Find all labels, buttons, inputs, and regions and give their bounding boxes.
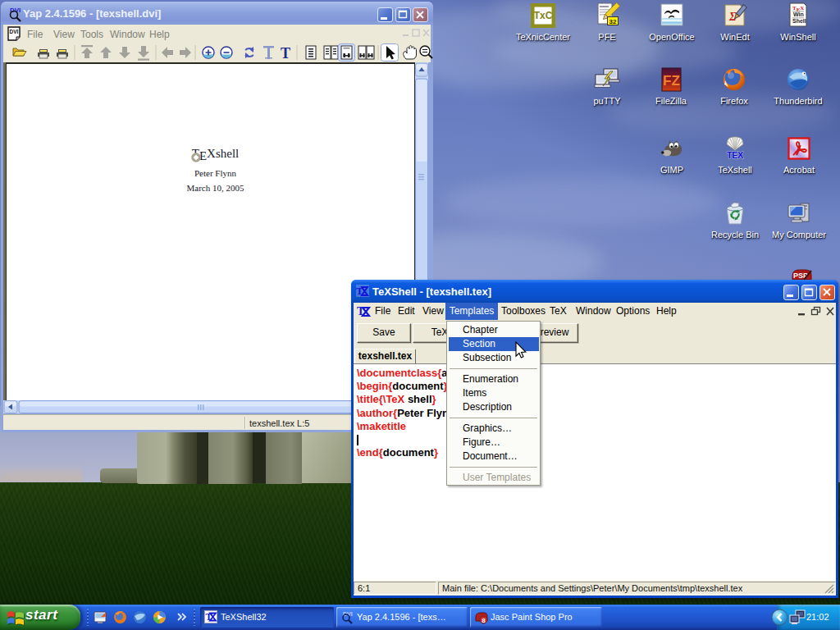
svg-text:32: 32 — [609, 18, 617, 25]
svg-text:Win: Win — [793, 11, 804, 17]
svg-text:8: 8 — [482, 617, 486, 624]
svg-text:Shell: Shell — [792, 18, 806, 24]
svg-text:T: T — [281, 45, 290, 62]
svg-text:DVI: DVI — [343, 611, 353, 617]
svg-text:FZ: FZ — [663, 73, 680, 89]
svg-text:TxC: TxC — [534, 10, 553, 21]
svg-text:DVI: DVI — [10, 29, 19, 34]
svg-text:TEX: TEX — [727, 150, 744, 160]
